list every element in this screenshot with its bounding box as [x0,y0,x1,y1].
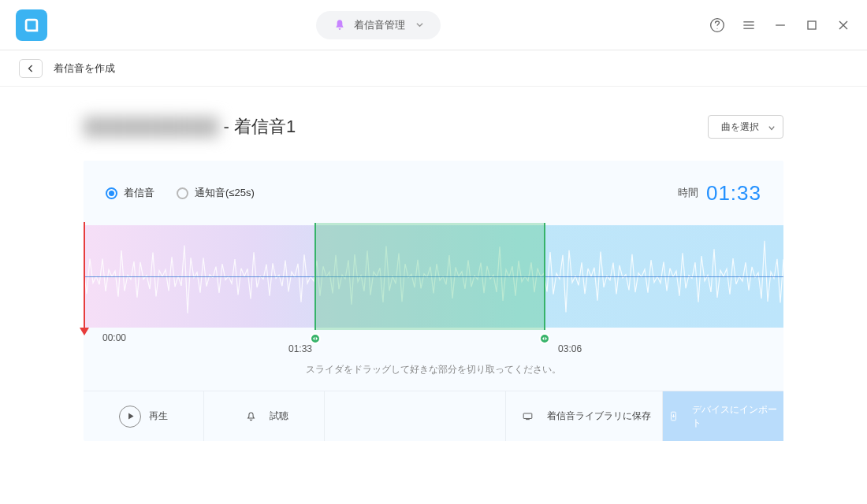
hint-text: スライダをドラッグして好きな部分を切り取ってください。 [84,363,783,376]
window-maximize[interactable] [804,17,820,33]
svg-rect-14 [524,413,533,419]
chevron-down-icon [768,125,775,132]
action-spacer [325,391,506,441]
svg-marker-13 [128,413,134,419]
window-close[interactable] [835,17,851,33]
svg-marker-11 [542,337,544,341]
svg-marker-12 [545,337,547,341]
editor-panel: 着信音 通知音(≤25s) 時間 01:33 00:00 [84,161,783,441]
menu-button[interactable] [741,17,757,33]
bell-outline-icon [240,406,262,428]
svg-marker-9 [313,337,314,341]
save-library-button[interactable]: 着信音ライブラリに保存 [506,391,663,441]
selection-start-handle[interactable] [310,333,321,344]
title-label: 着信音管理 [354,18,405,32]
radio-checked-icon [106,187,117,199]
selection-range[interactable] [314,223,545,330]
window-minimize[interactable] [772,17,788,33]
radio-unchecked-icon [177,187,188,199]
playhead-handle[interactable] [84,222,85,328]
help-button[interactable] [709,17,725,33]
page-title: 着信音を作成 [54,61,115,76]
preview-button[interactable]: 試聴 [204,391,325,441]
selection-end-time: 03:06 [558,343,582,354]
app-logo [16,9,47,41]
device-icon [517,406,539,428]
chevron-down-icon [416,21,423,28]
phone-import-icon [663,406,684,428]
select-song-button[interactable]: 曲を選択 [708,115,783,139]
radio-ringtone[interactable]: 着信音 [106,186,154,200]
title-dropdown[interactable]: 着信音管理 [316,11,441,39]
play-button[interactable]: 再生 [84,391,204,441]
playhead-time: 00:00 [102,332,126,343]
track-name: ███████████ - 着信音1 [84,115,708,139]
import-device-button[interactable]: デバイスにインポート [663,391,783,441]
radio-notification[interactable]: 通知音(≤25s) [177,186,255,200]
selection-end-handle[interactable] [539,333,550,344]
back-button[interactable] [19,59,43,78]
play-icon [119,406,141,428]
duration-value: 01:33 [706,181,761,206]
svg-marker-10 [316,337,318,341]
selection-start-time: 01:33 [288,343,312,354]
svg-point-1 [717,28,718,28]
svg-rect-6 [808,21,816,29]
duration-label: 時間 [678,186,698,200]
bell-icon [333,19,346,32]
